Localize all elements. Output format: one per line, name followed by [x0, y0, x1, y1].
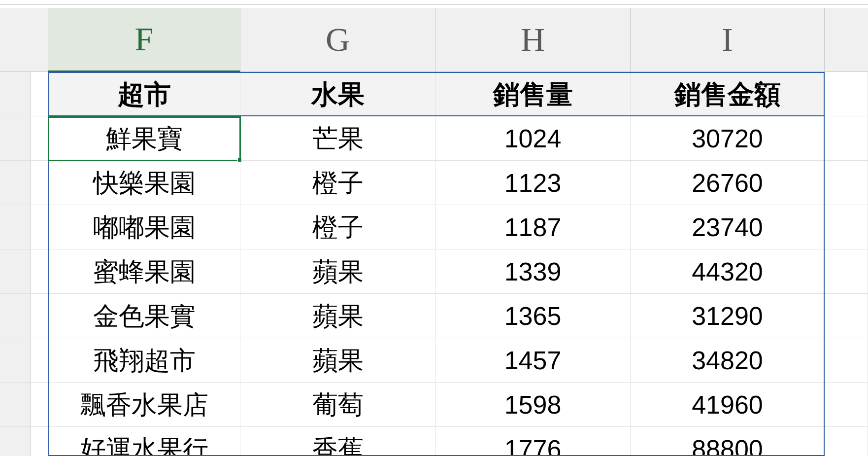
cell-F2[interactable]: 鮮果寶 — [48, 116, 240, 161]
row-header-2[interactable] — [0, 116, 31, 161]
cell-text: 香蕉 — [312, 436, 364, 456]
cell-text: 蘋果 — [312, 259, 364, 284]
column-header-next[interactable] — [825, 8, 868, 72]
cell-indent[interactable] — [31, 383, 48, 427]
cell-J6[interactable] — [825, 294, 868, 338]
cell-indent[interactable] — [31, 205, 48, 249]
cell-text: 1776 — [504, 436, 562, 456]
cell-text: 快樂果園 — [93, 170, 196, 196]
column-header-G[interactable]: G — [240, 8, 435, 72]
cell-indent[interactable] — [31, 427, 48, 456]
cell-text: 鮮果寶 — [106, 126, 183, 151]
cell-I7[interactable]: 34820 — [631, 338, 825, 383]
cell-J7[interactable] — [825, 338, 868, 383]
cell-J8[interactable] — [825, 383, 868, 427]
cell-J5[interactable] — [825, 249, 868, 294]
cell-text: 嘟嘟果園 — [93, 214, 196, 240]
grid-body: 超市 水果 銷售量 銷售金額 鮮果寶 芒果 1024 30720 快樂果園 橙子… — [31, 72, 868, 456]
cell-text: 41960 — [692, 392, 763, 418]
cell-indent[interactable] — [31, 72, 48, 116]
cell-indent[interactable] — [31, 338, 48, 383]
row-header-3[interactable] — [0, 161, 31, 205]
row-header-6[interactable] — [0, 294, 31, 338]
cell-text: 88800 — [692, 436, 763, 456]
column-label: I — [722, 20, 733, 59]
column-label: F — [135, 20, 154, 59]
cell-J9[interactable] — [825, 427, 868, 456]
cell-text: 1598 — [504, 392, 562, 418]
cell-J1[interactable] — [825, 72, 868, 116]
header-label: 超市 — [118, 81, 171, 107]
column-header-H[interactable]: H — [435, 8, 631, 72]
cell-F8[interactable]: 飄香水果店 — [48, 383, 240, 427]
cell-H6[interactable]: 1365 — [435, 294, 631, 338]
cell-I8[interactable]: 41960 — [631, 383, 825, 427]
row-header-4[interactable] — [0, 205, 31, 249]
row-header-7[interactable] — [0, 338, 31, 383]
column-header-F[interactable]: F — [48, 8, 240, 72]
cell-I3[interactable]: 26760 — [631, 161, 825, 205]
cell-J4[interactable] — [825, 205, 868, 249]
cell-text: 1123 — [504, 170, 562, 196]
table-row: 嘟嘟果園 橙子 1187 23740 — [31, 205, 868, 249]
cell-F6[interactable]: 金色果實 — [48, 294, 240, 338]
row-header-5[interactable] — [0, 249, 31, 294]
cell-I6[interactable]: 31290 — [631, 294, 825, 338]
cell-F5[interactable]: 蜜蜂果園 — [48, 249, 240, 294]
cell-H1[interactable]: 銷售量 — [435, 72, 631, 116]
cell-H8[interactable]: 1598 — [435, 383, 631, 427]
cell-I9[interactable]: 88800 — [631, 427, 825, 456]
row-header-8[interactable] — [0, 383, 31, 427]
cell-G5[interactable]: 蘋果 — [240, 249, 435, 294]
cell-G4[interactable]: 橙子 — [240, 205, 435, 249]
cell-H3[interactable]: 1123 — [435, 161, 631, 205]
select-all-corner[interactable] — [0, 8, 48, 72]
row-headers-gutter — [0, 72, 31, 456]
cell-indent[interactable] — [31, 161, 48, 205]
cell-J2[interactable] — [825, 116, 868, 161]
table-row: 金色果實 蘋果 1365 31290 — [31, 294, 868, 338]
cell-text: 1339 — [504, 259, 562, 284]
cell-G8[interactable]: 葡萄 — [240, 383, 435, 427]
cell-G6[interactable]: 蘋果 — [240, 294, 435, 338]
cell-text: 芒果 — [312, 126, 364, 151]
table-row: 好運水果行 香蕉 1776 88800 — [31, 427, 868, 456]
cell-H2[interactable]: 1024 — [435, 116, 631, 161]
cell-G1[interactable]: 水果 — [240, 72, 435, 116]
cell-G3[interactable]: 橙子 — [240, 161, 435, 205]
cell-G7[interactable]: 蘋果 — [240, 338, 435, 383]
cell-text: 26760 — [692, 170, 763, 196]
cell-J3[interactable] — [825, 161, 868, 205]
cell-G2[interactable]: 芒果 — [240, 116, 435, 161]
cell-text: 23740 — [692, 214, 763, 240]
cell-F7[interactable]: 飛翔超市 — [48, 338, 240, 383]
cell-text: 蜜蜂果園 — [93, 259, 196, 284]
cell-F3[interactable]: 快樂果園 — [48, 161, 240, 205]
column-header-I[interactable]: I — [631, 8, 825, 72]
cell-H5[interactable]: 1339 — [435, 249, 631, 294]
cell-text: 30720 — [692, 126, 763, 151]
cell-text: 蘋果 — [312, 348, 364, 373]
cell-text: 1187 — [504, 214, 562, 240]
row-header-9[interactable] — [0, 427, 31, 456]
cell-text: 好運水果行 — [80, 436, 208, 456]
cell-indent[interactable] — [31, 116, 48, 161]
cell-indent[interactable] — [31, 249, 48, 294]
cell-H9[interactable]: 1776 — [435, 427, 631, 456]
cell-F9[interactable]: 好運水果行 — [48, 427, 240, 456]
cell-indent[interactable] — [31, 294, 48, 338]
cell-I1[interactable]: 銷售金額 — [631, 72, 825, 116]
cell-text: 1457 — [504, 348, 562, 373]
row-header-1[interactable] — [0, 72, 31, 116]
cell-text: 橙子 — [312, 214, 364, 240]
cell-H4[interactable]: 1187 — [435, 205, 631, 249]
cell-F4[interactable]: 嘟嘟果園 — [48, 205, 240, 249]
cell-I2[interactable]: 30720 — [631, 116, 825, 161]
cell-H7[interactable]: 1457 — [435, 338, 631, 383]
cell-G9[interactable]: 香蕉 — [240, 427, 435, 456]
cell-text: 飛翔超市 — [93, 348, 196, 373]
header-label: 銷售金額 — [674, 81, 781, 107]
cell-I5[interactable]: 44320 — [631, 249, 825, 294]
cell-I4[interactable]: 23740 — [631, 205, 825, 249]
cell-F1[interactable]: 超市 — [48, 72, 240, 116]
